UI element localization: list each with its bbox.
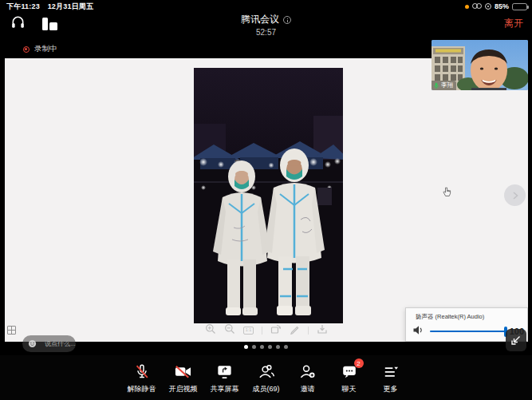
recording-indicator: 录制中 [23, 44, 57, 54]
grid-view-icon[interactable] [7, 326, 16, 335]
page-dot[interactable] [268, 345, 272, 349]
zoom-out-icon[interactable] [224, 323, 235, 338]
meeting-timer: 52:57 [0, 28, 532, 37]
tool-label: 更多 [384, 384, 398, 394]
bottom-toolbar: 解除静音 开启视频 共享屏幕 成员(69) 邀请 [0, 355, 532, 400]
participant-name: 李翔 [441, 81, 453, 89]
chat-quick-input[interactable]: 说点什么... [22, 335, 76, 352]
zoom-in-icon[interactable] [205, 323, 216, 338]
tool-label: 成员(69) [252, 384, 279, 394]
tool-label: 开启视频 [169, 384, 198, 394]
recording-dot-icon [23, 46, 30, 53]
viewer-separator [308, 327, 309, 335]
invite-button[interactable]: 邀请 [287, 362, 329, 394]
page-dot[interactable] [244, 345, 248, 349]
page-indicator-dots[interactable] [0, 345, 532, 349]
start-video-button[interactable]: 开启视频 [163, 362, 204, 394]
chat-button[interactable]: 2 聊天 [329, 362, 370, 394]
more-icon [381, 362, 400, 381]
orientation-lock-icon [485, 3, 491, 10]
viewer-separator [262, 327, 262, 335]
nav-center: 腾讯会议 52:57 [0, 11, 532, 37]
page-dot[interactable] [284, 345, 288, 349]
members-button[interactable]: 成员(69) [246, 362, 287, 394]
page-dot[interactable] [252, 345, 256, 349]
members-icon [257, 362, 276, 381]
volume-slider[interactable] [430, 331, 505, 333]
shared-screen-area: 1:1 扬声器 (Realtek(R) Audio) [5, 58, 528, 342]
status-time: 下午11:23 [6, 2, 40, 10]
recording-label: 录制中 [34, 44, 57, 54]
mic-in-use-indicator-icon [465, 5, 469, 9]
camera-off-icon [173, 362, 193, 381]
mic-active-icon [433, 82, 439, 89]
participant-name-tag: 李翔 [432, 81, 456, 90]
meeting-title: 腾讯会议 [241, 13, 279, 26]
share-screen-button[interactable]: 共享屏幕 [204, 362, 246, 394]
tool-label: 解除静音 [128, 384, 156, 394]
page-dot[interactable] [276, 345, 280, 349]
speaker-icon [412, 324, 424, 339]
battery-icon [512, 3, 527, 10]
mic-muted-icon [133, 362, 151, 381]
status-date: 12月31日周五 [48, 2, 94, 10]
invite-icon [298, 362, 317, 381]
share-screen-icon [215, 362, 234, 381]
more-button[interactable]: 更多 [370, 362, 412, 394]
actual-size-icon[interactable]: 1:1 [243, 327, 254, 335]
battery-percent: 85% [495, 2, 509, 10]
leave-button[interactable]: 离开 [504, 17, 523, 30]
self-video-thumbnail[interactable]: 李翔 [432, 40, 528, 90]
next-page-button[interactable] [504, 184, 526, 206]
unmute-button[interactable]: 解除静音 [121, 362, 163, 394]
tool-label: 共享屏幕 [211, 384, 239, 394]
rotate-icon[interactable] [270, 323, 282, 338]
volume-device-label: 扬声器 (Realtek(R) Audio) [416, 313, 484, 321]
hotspot-icon [472, 3, 482, 10]
tool-label: 聊天 [342, 384, 357, 394]
download-icon[interactable] [317, 323, 328, 338]
status-indicators: 85% [465, 2, 527, 11]
page-dot[interactable] [260, 345, 264, 349]
chat-icon: 2 [341, 362, 358, 381]
info-icon[interactable] [283, 16, 291, 24]
tool-label: 邀请 [301, 384, 315, 394]
collapse-view-button[interactable] [506, 329, 526, 351]
shared-photo [194, 68, 343, 323]
chat-badge: 2 [354, 358, 364, 368]
hand-cursor-icon [443, 186, 451, 200]
edit-pencil-icon[interactable] [290, 323, 300, 338]
tencent-meeting-app: 下午11:23 12月31日周五 85% 腾讯会议 52:57 离开 录制中 [0, 0, 532, 400]
